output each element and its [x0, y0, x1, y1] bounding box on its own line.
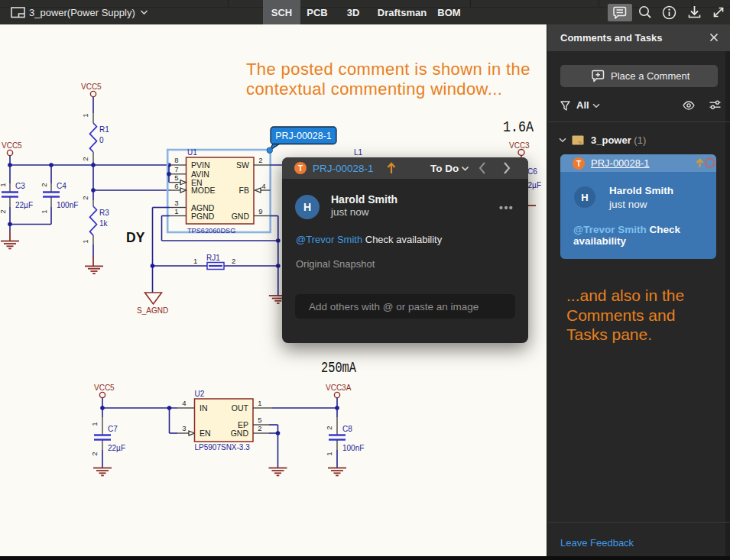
svg-text:L1: L1 [354, 148, 363, 157]
svg-text:C8: C8 [342, 425, 352, 433]
svg-text:9: 9 [258, 207, 262, 215]
svg-text:2: 2 [0, 209, 7, 213]
svg-text:3: 3 [174, 199, 178, 207]
svg-text:2: 2 [40, 183, 48, 186]
svg-text:R1: R1 [99, 125, 109, 134]
svg-text:1: 1 [325, 452, 333, 455]
svg-text:2: 2 [258, 424, 261, 432]
svg-text:5: 5 [258, 416, 261, 424]
svg-text:100nF: 100nF [57, 201, 78, 209]
svg-text:VCC5: VCC5 [81, 83, 102, 91]
svg-text:1.6A: 1.6A [503, 119, 534, 136]
svg-text:IN: IN [200, 403, 208, 413]
svg-text:1k: 1k [99, 219, 109, 228]
svg-text:2: 2 [325, 426, 333, 429]
svg-text:1: 1 [40, 209, 48, 213]
svg-text:7: 7 [174, 165, 178, 173]
svg-text:2: 2 [232, 257, 235, 265]
svg-text:EN: EN [200, 429, 211, 438]
svg-text:C4: C4 [57, 182, 67, 190]
svg-text:VCC5: VCC5 [2, 141, 22, 150]
svg-text:3: 3 [182, 424, 186, 432]
svg-text:SW: SW [236, 160, 249, 170]
svg-text:PGND: PGND [191, 212, 215, 221]
svg-text:2: 2 [81, 157, 89, 160]
svg-text:DY: DY [126, 230, 145, 245]
svg-text:5: 5 [174, 173, 178, 182]
svg-text:C3: C3 [15, 182, 25, 190]
svg-text:4: 4 [182, 399, 186, 407]
svg-text:1: 1 [81, 113, 89, 117]
svg-text:FB: FB [239, 186, 249, 195]
svg-text:VCC5: VCC5 [94, 384, 115, 392]
svg-text:1: 1 [0, 183, 7, 186]
svg-text:LP5907SNX-3.3: LP5907SNX-3.3 [195, 443, 251, 452]
svg-text:GND: GND [231, 429, 249, 438]
svg-text:100nF: 100nF [342, 444, 364, 452]
svg-text:TPS62060DSG: TPS62060DSG [187, 227, 235, 235]
svg-text:C6: C6 [527, 167, 537, 176]
svg-text:R3: R3 [99, 209, 109, 217]
svg-text:GND: GND [232, 212, 250, 221]
svg-text:PVIN: PVIN [191, 160, 210, 170]
svg-text:1: 1 [174, 207, 178, 215]
svg-text:22µF: 22µF [15, 201, 33, 209]
svg-text:1: 1 [90, 422, 99, 426]
svg-text:C7: C7 [108, 425, 118, 433]
svg-text:OUT: OUT [232, 403, 249, 413]
svg-text:250mA: 250mA [321, 360, 356, 377]
svg-text:PRJ-00028-1: PRJ-00028-1 [275, 131, 332, 141]
svg-text:4: 4 [261, 182, 265, 190]
svg-text:0: 0 [99, 136, 104, 144]
svg-text:22µF: 22µF [108, 444, 125, 452]
svg-text:8: 8 [174, 156, 178, 164]
svg-text:2: 2 [81, 196, 89, 199]
svg-text:S_AGND: S_AGND [137, 306, 168, 315]
svg-text:2: 2 [90, 452, 99, 455]
svg-text:U1: U1 [187, 148, 197, 157]
svg-text:2: 2 [258, 156, 262, 164]
svg-text:U2: U2 [195, 390, 205, 398]
svg-text:VCC3A: VCC3A [326, 384, 352, 392]
svg-text:1: 1 [81, 239, 89, 243]
svg-text:1: 1 [193, 257, 197, 265]
svg-text:VCC3: VCC3 [509, 141, 530, 150]
svg-text:RJ1: RJ1 [206, 254, 220, 262]
svg-text:6: 6 [174, 182, 178, 190]
svg-text:MODE: MODE [191, 186, 216, 195]
svg-text:1: 1 [258, 399, 261, 407]
